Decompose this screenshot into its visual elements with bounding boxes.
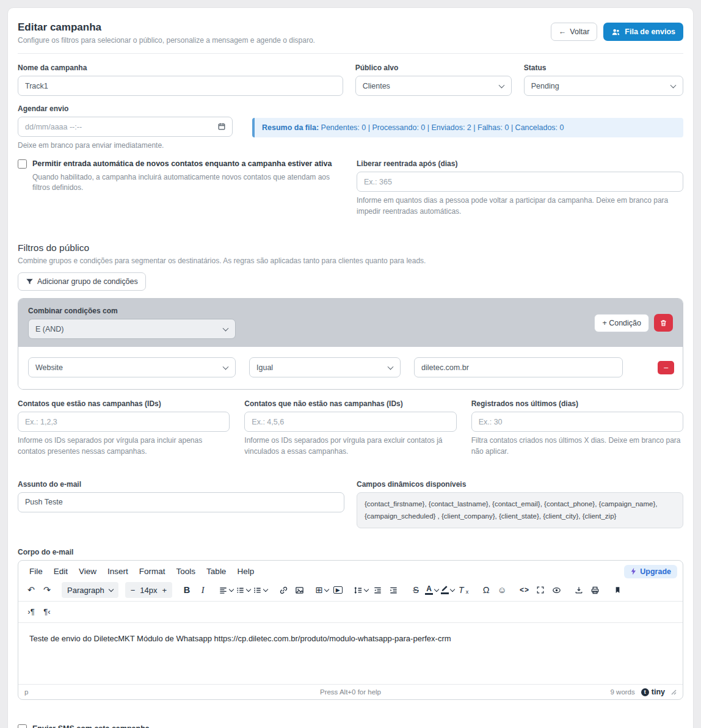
link-icon[interactable] <box>275 582 291 598</box>
exclude-campaigns-group: Contatos que não estão nas campanhas (ID… <box>244 399 456 457</box>
menu-insert[interactable]: Insert <box>102 564 134 579</box>
schedule-group: Agendar envio Deixe em branco para envia… <box>18 104 233 151</box>
editor-content[interactable]: Teste de envio do DiletecMKT Módulo de W… <box>18 623 683 684</box>
fullscreen-icon[interactable] <box>532 582 548 598</box>
entry-row: Permitir entrada automática de novos con… <box>18 159 683 217</box>
line-height-icon[interactable] <box>352 582 369 598</box>
combine-select[interactable]: E (AND) <box>28 319 236 339</box>
chevron-down-icon <box>434 586 439 591</box>
print-icon[interactable] <box>587 582 603 598</box>
source-code-icon[interactable]: <> <box>517 582 532 598</box>
exclude-campaigns-help: Informe os IDs separados por vírgula par… <box>244 435 456 457</box>
font-smaller-icon[interactable]: − <box>131 586 136 595</box>
campaign-name-label: Nome da campanha <box>18 64 343 72</box>
chevron-down-icon <box>229 586 234 591</box>
bullet-list-icon[interactable] <box>252 582 269 598</box>
schedule-row: Agendar envio Deixe em branco para envia… <box>18 104 683 151</box>
special-char-icon[interactable]: Ω <box>478 582 494 598</box>
save-icon[interactable] <box>571 582 587 598</box>
registered-days-input[interactable] <box>471 412 683 432</box>
bookmark-icon[interactable] <box>609 582 625 598</box>
table-icon[interactable]: ⊞ <box>314 582 330 598</box>
status-label: Status <box>524 64 683 72</box>
indent-icon[interactable] <box>385 582 401 598</box>
auto-entry-help: Quando habilitado, a campanha incluirá a… <box>32 172 344 194</box>
messaging-section: Enviar SMS com esta campanha Enviar noti… <box>18 724 683 728</box>
condition-value-input[interactable] <box>414 357 623 377</box>
campaign-name-input[interactable] <box>18 76 343 96</box>
exclude-campaigns-input[interactable] <box>244 412 456 432</box>
queue-summary-text: Pendentes: 0 | Processando: 0 | Enviados… <box>321 123 564 132</box>
ordered-list-icon[interactable] <box>234 582 252 598</box>
editor-help-hint: Press Alt+0 for help <box>18 688 683 696</box>
include-campaigns-label: Contatos que estão nas campanhas (IDs) <box>18 399 230 408</box>
undo-icon[interactable]: ↶ <box>23 582 39 598</box>
edit-campaign-card: Editar campanha Configure os filtros par… <box>7 7 694 728</box>
schedule-datetime-input[interactable] <box>18 117 233 137</box>
media-icon[interactable]: ▶ <box>330 582 346 598</box>
emoji-icon[interactable]: ☺ <box>494 582 510 598</box>
delete-group-button[interactable] <box>654 314 673 332</box>
clear-format-icon[interactable]: Tx <box>456 582 471 598</box>
image-icon[interactable] <box>291 582 307 598</box>
back-button[interactable]: ← Voltar <box>551 23 597 41</box>
menu-help[interactable]: Help <box>231 564 260 579</box>
send-sms-label: Enviar SMS com esta campanha <box>32 724 150 728</box>
send-sms-checkbox[interactable] <box>18 724 27 728</box>
menu-view[interactable]: View <box>73 564 102 579</box>
menu-file[interactable]: File <box>24 564 48 579</box>
auto-entry-checkbox[interactable] <box>18 159 27 169</box>
upgrade-button[interactable]: Upgrade <box>624 565 677 578</box>
campaign-name-group: Nome da campanha <box>18 64 343 96</box>
status-select[interactable]: Pending <box>524 76 683 96</box>
strikethrough-icon[interactable]: S <box>408 582 424 598</box>
tiny-brand-link[interactable]: t tiny <box>641 688 665 696</box>
reentry-input[interactable] <box>357 172 683 192</box>
menu-table[interactable]: Table <box>201 564 231 579</box>
italic-icon[interactable]: I <box>195 582 211 598</box>
preview-icon[interactable] <box>548 582 564 598</box>
auto-entry-label: Permitir entrada automática de novos con… <box>32 159 332 169</box>
page-header: Editar campanha Configure os filtros par… <box>18 18 683 54</box>
menu-tools[interactable]: Tools <box>171 564 202 579</box>
align-left-icon[interactable] <box>217 582 234 598</box>
condition-group-actions: + Condição <box>594 314 673 332</box>
schedule-label: Agendar envio <box>18 104 233 113</box>
reentry-label: Liberar reentrada após (dias) <box>357 159 683 168</box>
bold-icon[interactable]: B <box>179 582 195 598</box>
resize-handle[interactable] <box>671 690 677 695</box>
filters-section: Filtros do público Combine grupos e cond… <box>18 242 683 457</box>
condition-operator-select[interactable]: Igual <box>249 357 401 377</box>
subject-input[interactable] <box>18 492 344 512</box>
menu-edit[interactable]: Edit <box>48 564 73 579</box>
dynamic-fields-box: {contact_firstname}, {contact_lastname},… <box>357 492 683 528</box>
remove-condition-button[interactable]: − <box>658 361 674 374</box>
ltr-icon[interactable]: ›¶ <box>23 603 39 619</box>
header-actions: ← Voltar Fila de envios <box>551 23 683 41</box>
font-bigger-icon[interactable]: + <box>162 586 167 595</box>
chevron-down-icon <box>108 586 113 591</box>
people-icon <box>611 27 620 37</box>
audience-select[interactable]: Clientes <box>355 76 512 96</box>
condition-group-body: Website Igual − <box>18 347 683 389</box>
send-queue-button[interactable]: Fila de envios <box>603 23 683 41</box>
redo-icon[interactable]: ↷ <box>39 582 55 598</box>
condition-field-select[interactable]: Website <box>28 357 236 377</box>
outdent-icon[interactable] <box>369 582 385 598</box>
tiny-logo-icon: t <box>641 688 649 696</box>
chevron-down-icon <box>263 586 268 591</box>
subject-label: Assunto do e-mail <box>18 480 344 489</box>
paragraph-format-dropdown[interactable]: Paragraph <box>62 582 118 598</box>
add-group-button[interactable]: Adicionar grupo de condições <box>18 272 146 291</box>
menu-format[interactable]: Format <box>134 564 171 579</box>
add-condition-button[interactable]: + Condição <box>594 314 649 332</box>
text-color-icon[interactable]: A <box>424 582 440 598</box>
editor-menubar: File Edit View Insert Format Tools Table… <box>18 561 683 580</box>
font-size-control[interactable]: − 14px + <box>125 582 172 598</box>
highlight-color-icon[interactable] <box>440 582 456 598</box>
word-count: 9 words <box>610 688 634 696</box>
rtl-icon[interactable]: ¶‹ <box>39 603 55 619</box>
include-campaigns-input[interactable] <box>18 412 230 432</box>
filters-title: Filtros do público <box>18 242 683 253</box>
minus-icon: − <box>663 363 668 372</box>
